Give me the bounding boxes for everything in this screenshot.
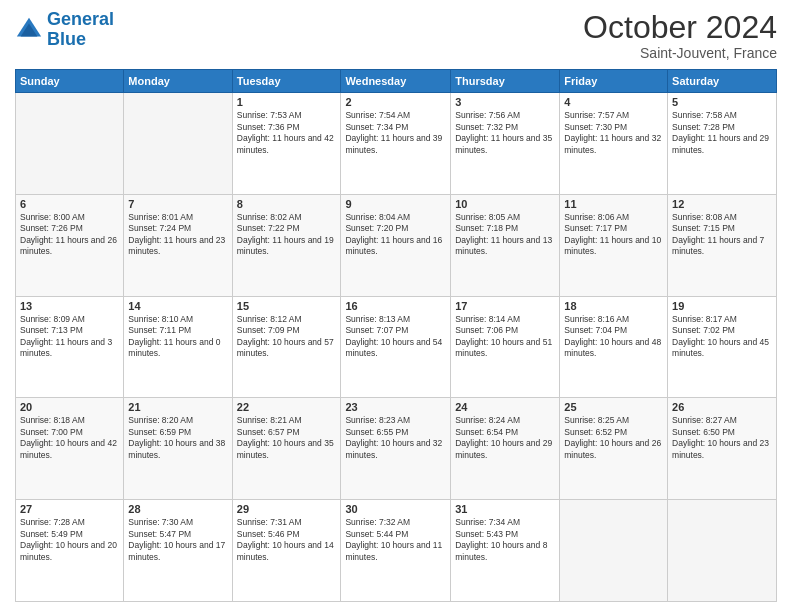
weekday-header: Saturday [668,70,777,93]
calendar-cell: 28Sunrise: 7:30 AMSunset: 5:47 PMDayligh… [124,500,232,602]
day-number: 6 [20,198,119,210]
day-number: 25 [564,401,663,413]
day-number: 8 [237,198,337,210]
day-number: 18 [564,300,663,312]
cell-text: Sunrise: 8:25 AMSunset: 6:52 PMDaylight:… [564,415,661,459]
calendar-cell: 6Sunrise: 8:00 AMSunset: 7:26 PMDaylight… [16,194,124,296]
calendar-cell: 9Sunrise: 8:04 AMSunset: 7:20 PMDaylight… [341,194,451,296]
calendar-cell: 7Sunrise: 8:01 AMSunset: 7:24 PMDaylight… [124,194,232,296]
cell-text: Sunrise: 8:18 AMSunset: 7:00 PMDaylight:… [20,415,117,459]
calendar-table: SundayMondayTuesdayWednesdayThursdayFrid… [15,69,777,602]
day-number: 17 [455,300,555,312]
month-title: October 2024 [583,10,777,45]
calendar-week-row: 1Sunrise: 7:53 AMSunset: 7:36 PMDaylight… [16,93,777,195]
cell-text: Sunrise: 7:58 AMSunset: 7:28 PMDaylight:… [672,110,769,154]
calendar-cell [16,93,124,195]
calendar-cell: 16Sunrise: 8:13 AMSunset: 7:07 PMDayligh… [341,296,451,398]
calendar-cell: 20Sunrise: 8:18 AMSunset: 7:00 PMDayligh… [16,398,124,500]
calendar-cell: 10Sunrise: 8:05 AMSunset: 7:18 PMDayligh… [451,194,560,296]
day-number: 21 [128,401,227,413]
calendar-cell: 2Sunrise: 7:54 AMSunset: 7:34 PMDaylight… [341,93,451,195]
cell-text: Sunrise: 8:14 AMSunset: 7:06 PMDaylight:… [455,314,552,358]
day-number: 24 [455,401,555,413]
cell-text: Sunrise: 8:02 AMSunset: 7:22 PMDaylight:… [237,212,334,256]
calendar-cell: 21Sunrise: 8:20 AMSunset: 6:59 PMDayligh… [124,398,232,500]
day-number: 19 [672,300,772,312]
cell-text: Sunrise: 8:00 AMSunset: 7:26 PMDaylight:… [20,212,117,256]
calendar-week-row: 13Sunrise: 8:09 AMSunset: 7:13 PMDayligh… [16,296,777,398]
calendar-cell: 5Sunrise: 7:58 AMSunset: 7:28 PMDaylight… [668,93,777,195]
cell-text: Sunrise: 8:21 AMSunset: 6:57 PMDaylight:… [237,415,334,459]
cell-text: Sunrise: 8:05 AMSunset: 7:18 PMDaylight:… [455,212,552,256]
cell-text: Sunrise: 7:28 AMSunset: 5:49 PMDaylight:… [20,517,117,561]
cell-text: Sunrise: 8:10 AMSunset: 7:11 PMDaylight:… [128,314,220,358]
calendar-cell: 23Sunrise: 8:23 AMSunset: 6:55 PMDayligh… [341,398,451,500]
cell-text: Sunrise: 8:09 AMSunset: 7:13 PMDaylight:… [20,314,112,358]
calendar-cell [560,500,668,602]
cell-text: Sunrise: 8:04 AMSunset: 7:20 PMDaylight:… [345,212,442,256]
logo-line2: Blue [47,29,86,49]
cell-text: Sunrise: 7:30 AMSunset: 5:47 PMDaylight:… [128,517,225,561]
cell-text: Sunrise: 7:57 AMSunset: 7:30 PMDaylight:… [564,110,661,154]
cell-text: Sunrise: 8:16 AMSunset: 7:04 PMDaylight:… [564,314,661,358]
day-number: 16 [345,300,446,312]
cell-text: Sunrise: 7:34 AMSunset: 5:43 PMDaylight:… [455,517,547,561]
calendar-cell: 31Sunrise: 7:34 AMSunset: 5:43 PMDayligh… [451,500,560,602]
weekday-header: Thursday [451,70,560,93]
cell-text: Sunrise: 7:31 AMSunset: 5:46 PMDaylight:… [237,517,334,561]
day-number: 27 [20,503,119,515]
calendar-cell: 14Sunrise: 8:10 AMSunset: 7:11 PMDayligh… [124,296,232,398]
calendar-cell: 30Sunrise: 7:32 AMSunset: 5:44 PMDayligh… [341,500,451,602]
day-number: 30 [345,503,446,515]
page: General Blue October 2024 Saint-Jouvent,… [0,0,792,612]
day-number: 4 [564,96,663,108]
calendar-cell [668,500,777,602]
cell-text: Sunrise: 8:13 AMSunset: 7:07 PMDaylight:… [345,314,442,358]
calendar-cell: 22Sunrise: 8:21 AMSunset: 6:57 PMDayligh… [232,398,341,500]
header-row: SundayMondayTuesdayWednesdayThursdayFrid… [16,70,777,93]
weekday-header: Monday [124,70,232,93]
day-number: 26 [672,401,772,413]
calendar-cell: 1Sunrise: 7:53 AMSunset: 7:36 PMDaylight… [232,93,341,195]
cell-text: Sunrise: 7:32 AMSunset: 5:44 PMDaylight:… [345,517,442,561]
calendar-cell: 3Sunrise: 7:56 AMSunset: 7:32 PMDaylight… [451,93,560,195]
calendar-week-row: 27Sunrise: 7:28 AMSunset: 5:49 PMDayligh… [16,500,777,602]
cell-text: Sunrise: 7:56 AMSunset: 7:32 PMDaylight:… [455,110,552,154]
calendar-week-row: 6Sunrise: 8:00 AMSunset: 7:26 PMDaylight… [16,194,777,296]
cell-text: Sunrise: 8:23 AMSunset: 6:55 PMDaylight:… [345,415,442,459]
day-number: 29 [237,503,337,515]
weekday-header: Sunday [16,70,124,93]
logo-line1: General [47,9,114,29]
day-number: 10 [455,198,555,210]
day-number: 12 [672,198,772,210]
calendar-cell: 15Sunrise: 8:12 AMSunset: 7:09 PMDayligh… [232,296,341,398]
calendar-cell: 17Sunrise: 8:14 AMSunset: 7:06 PMDayligh… [451,296,560,398]
calendar-cell: 26Sunrise: 8:27 AMSunset: 6:50 PMDayligh… [668,398,777,500]
day-number: 28 [128,503,227,515]
day-number: 20 [20,401,119,413]
day-number: 22 [237,401,337,413]
weekday-header: Tuesday [232,70,341,93]
cell-text: Sunrise: 8:20 AMSunset: 6:59 PMDaylight:… [128,415,225,459]
logo-icon [15,16,43,44]
cell-text: Sunrise: 8:06 AMSunset: 7:17 PMDaylight:… [564,212,661,256]
day-number: 31 [455,503,555,515]
cell-text: Sunrise: 8:01 AMSunset: 7:24 PMDaylight:… [128,212,225,256]
day-number: 1 [237,96,337,108]
header: General Blue October 2024 Saint-Jouvent,… [15,10,777,61]
calendar-cell: 19Sunrise: 8:17 AMSunset: 7:02 PMDayligh… [668,296,777,398]
weekday-header: Friday [560,70,668,93]
cell-text: Sunrise: 7:54 AMSunset: 7:34 PMDaylight:… [345,110,442,154]
calendar-cell: 27Sunrise: 7:28 AMSunset: 5:49 PMDayligh… [16,500,124,602]
location: Saint-Jouvent, France [583,45,777,61]
day-number: 23 [345,401,446,413]
day-number: 14 [128,300,227,312]
cell-text: Sunrise: 8:24 AMSunset: 6:54 PMDaylight:… [455,415,552,459]
day-number: 2 [345,96,446,108]
cell-text: Sunrise: 8:17 AMSunset: 7:02 PMDaylight:… [672,314,769,358]
logo: General Blue [15,10,114,50]
cell-text: Sunrise: 7:53 AMSunset: 7:36 PMDaylight:… [237,110,334,154]
cell-text: Sunrise: 8:12 AMSunset: 7:09 PMDaylight:… [237,314,334,358]
calendar-week-row: 20Sunrise: 8:18 AMSunset: 7:00 PMDayligh… [16,398,777,500]
calendar-cell: 18Sunrise: 8:16 AMSunset: 7:04 PMDayligh… [560,296,668,398]
